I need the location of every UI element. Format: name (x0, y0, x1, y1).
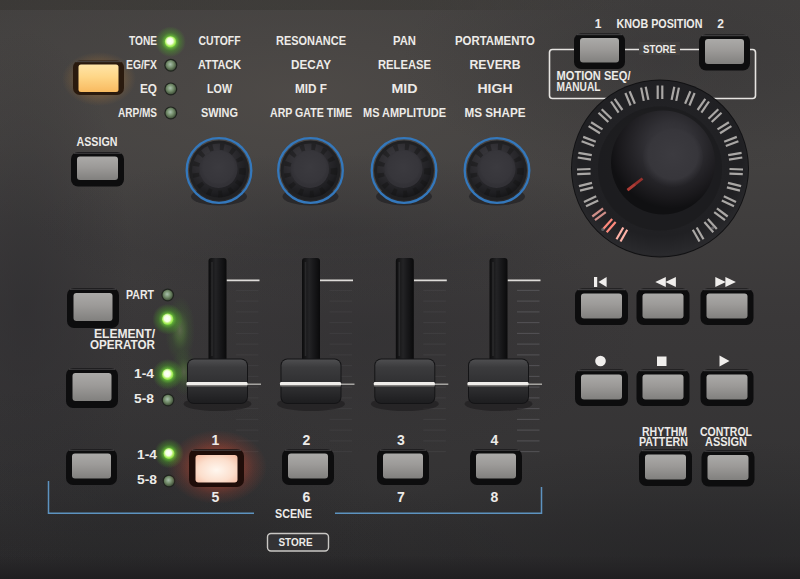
svg-text:5: 5 (212, 489, 220, 505)
svg-text:RELEASE: RELEASE (378, 58, 431, 72)
svg-text:PAN: PAN (393, 34, 416, 48)
svg-text:ARP/MS: ARP/MS (118, 106, 157, 120)
svg-text:2: 2 (717, 17, 724, 31)
svg-text:MANUAL: MANUAL (557, 80, 601, 94)
svg-text:5-8: 5-8 (137, 473, 157, 487)
svg-text:KNOB POSITION: KNOB POSITION (617, 17, 703, 31)
svg-text:6: 6 (303, 489, 311, 505)
svg-text:SCENE: SCENE (275, 507, 312, 521)
svg-text:4: 4 (491, 432, 499, 448)
svg-text:5-8: 5-8 (134, 392, 154, 406)
svg-text:PORTAMENTO: PORTAMENTO (455, 34, 535, 48)
svg-text:3: 3 (397, 432, 405, 448)
svg-text:MID: MID (392, 82, 418, 96)
svg-text:1: 1 (595, 17, 602, 31)
svg-text:1: 1 (212, 432, 220, 448)
svg-text:TONE: TONE (129, 34, 157, 48)
svg-text:PART: PART (126, 288, 155, 302)
svg-text:DECAY: DECAY (291, 58, 331, 72)
svg-text:ASSIGN: ASSIGN (705, 435, 747, 449)
svg-text:PATTERN: PATTERN (639, 435, 688, 449)
svg-text:ARP GATE TIME: ARP GATE TIME (270, 106, 352, 120)
svg-text:RESONANCE: RESONANCE (276, 34, 346, 48)
svg-text:STORE: STORE (643, 43, 676, 55)
svg-text:OPERATOR: OPERATOR (90, 338, 155, 352)
svg-text:ASSIGN: ASSIGN (77, 135, 118, 149)
svg-text:2: 2 (303, 432, 311, 448)
svg-text:CUTOFF: CUTOFF (199, 34, 241, 48)
svg-text:MS AMPLITUDE: MS AMPLITUDE (363, 106, 446, 120)
svg-text:SWING: SWING (201, 106, 238, 120)
svg-text:HIGH: HIGH (478, 82, 513, 96)
svg-text:ATTACK: ATTACK (198, 58, 241, 72)
svg-text:STORE: STORE (279, 536, 313, 548)
svg-text:8: 8 (491, 489, 499, 505)
svg-text:MID F: MID F (295, 82, 327, 96)
svg-text:LOW: LOW (207, 82, 233, 96)
svg-text:REVERB: REVERB (470, 58, 521, 72)
svg-text:1-4: 1-4 (134, 367, 154, 381)
svg-text:EQ: EQ (140, 82, 157, 96)
svg-text:7: 7 (397, 489, 405, 505)
svg-text:MS SHAPE: MS SHAPE (465, 106, 526, 120)
